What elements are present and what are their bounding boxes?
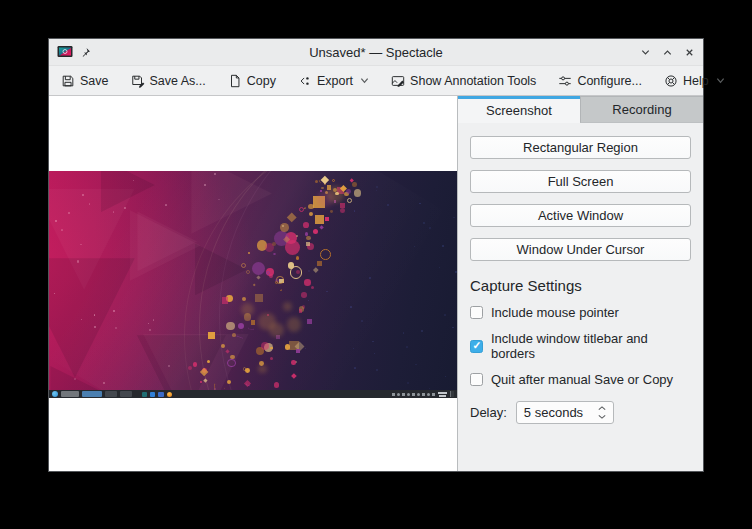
tab-screenshot[interactable]: Screenshot <box>458 96 580 123</box>
toolbar-label: Copy <box>247 74 276 88</box>
wallpaper-shape <box>269 323 283 337</box>
wallpaper-shape <box>285 240 300 255</box>
wallpaper-shape <box>452 327 454 329</box>
delay-spinbox[interactable]: 5 seconds <box>516 401 614 424</box>
chevron-down-icon <box>640 47 651 58</box>
rectangular-region-button[interactable]: Rectangular Region <box>470 136 691 159</box>
wallpaper-shape <box>208 332 215 339</box>
wallpaper-arc <box>219 171 457 390</box>
chevron-down-icon <box>598 414 606 419</box>
wallpaper-shape <box>423 222 425 224</box>
spin-down-button[interactable] <box>598 414 606 420</box>
wallpaper-shape <box>74 378 75 379</box>
save-as-button[interactable]: Save As... <box>128 72 209 90</box>
export-icon <box>298 74 312 88</box>
wallpaper-shape <box>354 367 356 369</box>
spectacle-window: Unsaved* — Spectacle Save Sav <box>48 38 704 472</box>
close-button[interactable] <box>683 46 695 58</box>
wallpaper-shape <box>369 277 371 279</box>
wallpaper-shape <box>301 292 307 298</box>
minimize-button[interactable] <box>639 46 651 58</box>
wallpaper-shape <box>266 271 270 275</box>
spin-up-button[interactable] <box>598 406 606 412</box>
wallpaper-shape <box>376 190 377 191</box>
wallpaper-shape <box>82 194 84 196</box>
checkbox-label: Include window titlebar and borders <box>491 331 691 361</box>
wallpaper-shape <box>372 341 373 342</box>
firefox-icon <box>167 392 172 397</box>
titlebar[interactable]: Unsaved* — Spectacle <box>49 39 703 66</box>
checkbox-quit-after-save[interactable]: Quit after manual Save or Copy <box>470 372 691 387</box>
maximize-button[interactable] <box>661 46 673 58</box>
checkbox-include-mouse-pointer[interactable]: Include mouse pointer <box>470 305 691 320</box>
help-button[interactable]: Help <box>661 72 728 90</box>
wallpaper-shape <box>274 382 280 388</box>
chevron-up-icon <box>662 47 673 58</box>
wallpaper-shape <box>133 180 134 181</box>
checkbox-box[interactable] <box>470 373 483 386</box>
toolbar-label: Help <box>683 74 709 88</box>
wallpaper-shape <box>304 279 311 286</box>
wallpaper-shape <box>325 217 329 221</box>
tray-icon <box>432 393 435 396</box>
wallpaper-shape <box>243 367 246 370</box>
active-window-button[interactable]: Active Window <box>470 204 691 227</box>
wallpaper-shape <box>94 326 96 328</box>
side-panel: Screenshot Recording Rectangular Region … <box>457 96 703 471</box>
task-button <box>120 391 132 397</box>
show-annotation-tools-button[interactable]: Show Annotation Tools <box>388 72 539 90</box>
full-screen-button[interactable]: Full Screen <box>470 170 691 193</box>
wallpaper-shape <box>248 252 250 254</box>
tab-recording[interactable]: Recording <box>580 96 703 123</box>
checkbox-include-titlebar[interactable]: Include window titlebar and borders <box>470 331 691 361</box>
wallpaper-shape <box>113 310 115 312</box>
wallpaper-shape <box>287 317 301 331</box>
help-icon <box>664 74 678 88</box>
wallpaper-shape <box>291 360 295 364</box>
export-button[interactable]: Export <box>295 72 372 90</box>
checkbox-box[interactable] <box>470 340 483 353</box>
toolbar-label: Export <box>317 74 353 88</box>
wallpaper-shape <box>361 320 363 322</box>
copy-button[interactable]: Copy <box>225 72 279 90</box>
wallpaper-shape <box>296 349 301 354</box>
save-as-icon <box>131 74 145 88</box>
chevron-up-icon <box>598 406 606 411</box>
wallpaper-shape <box>306 236 311 241</box>
wallpaper-shape <box>290 266 302 278</box>
task-button <box>61 391 79 397</box>
wallpaper-shape <box>227 359 236 368</box>
save-button[interactable]: Save <box>58 72 112 90</box>
wallpaper-shape <box>407 382 409 384</box>
wallpaper-shape <box>61 229 63 231</box>
window-under-cursor-button[interactable]: Window Under Cursor <box>470 238 691 261</box>
save-icon <box>61 74 75 88</box>
delay-label: Delay: <box>470 405 507 420</box>
wallpaper-shape <box>346 189 351 194</box>
wallpaper-shape <box>124 207 126 209</box>
screenshot-preview <box>49 171 457 398</box>
tray-icon <box>422 393 425 396</box>
wallpaper-shape <box>327 186 344 203</box>
wallpaper-shape <box>350 306 352 308</box>
chevron-down-icon <box>360 76 369 85</box>
spectacle-app-icon <box>57 45 73 59</box>
checkbox-box[interactable] <box>470 306 483 319</box>
app-icon <box>150 392 155 397</box>
wallpaper-shape <box>238 323 244 329</box>
tray-icon <box>427 393 430 396</box>
preview-pane <box>49 96 457 471</box>
wallpaper-shape <box>340 203 345 208</box>
tray-icon <box>417 393 420 396</box>
wallpaper-shape <box>55 220 57 222</box>
task-button <box>105 391 117 397</box>
wallpaper-shape <box>308 300 309 301</box>
wallpaper-shape <box>221 344 225 348</box>
configure-button[interactable]: Configure... <box>555 72 645 90</box>
toolbar-label: Save As... <box>150 74 206 88</box>
wallpaper-shape <box>306 242 310 246</box>
wallpaper-shape <box>309 212 313 216</box>
checkbox-label: Quit after manual Save or Copy <box>491 372 673 387</box>
wallpaper-shape <box>81 319 82 320</box>
wallpaper-shape <box>439 267 440 268</box>
